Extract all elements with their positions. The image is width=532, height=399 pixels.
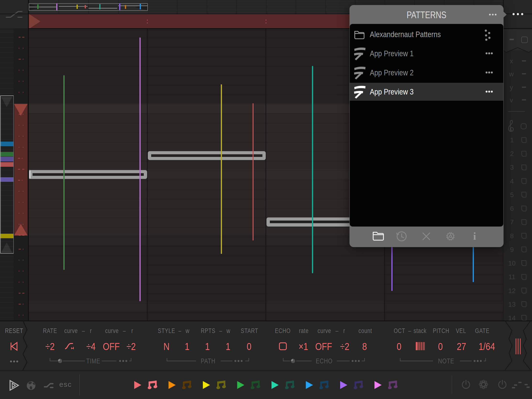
svg-text:w: w (509, 70, 514, 78)
svg-text:11: 11 (508, 273, 515, 281)
svg-text:esc: esc (59, 380, 72, 388)
svg-text:13: 13 (508, 301, 515, 308)
svg-text:i: i (473, 230, 476, 242)
svg-text:1: 1 (510, 136, 514, 144)
svg-text:5: 5 (510, 191, 514, 199)
svg-text:14: 14 (508, 314, 515, 321)
svg-text:3: 3 (510, 164, 514, 171)
svg-text:x: x (510, 58, 513, 65)
svg-text:y: y (510, 84, 513, 91)
svg-text:12: 12 (508, 287, 515, 294)
svg-text:8: 8 (510, 232, 514, 240)
svg-text:10: 10 (508, 260, 515, 267)
svg-text:9: 9 (510, 246, 514, 253)
svg-text:7: 7 (510, 218, 514, 226)
svg-text:4: 4 (510, 177, 514, 185)
svg-text:2: 2 (510, 150, 514, 157)
svg-text:6: 6 (510, 205, 514, 212)
svg-text:v: v (510, 97, 513, 104)
